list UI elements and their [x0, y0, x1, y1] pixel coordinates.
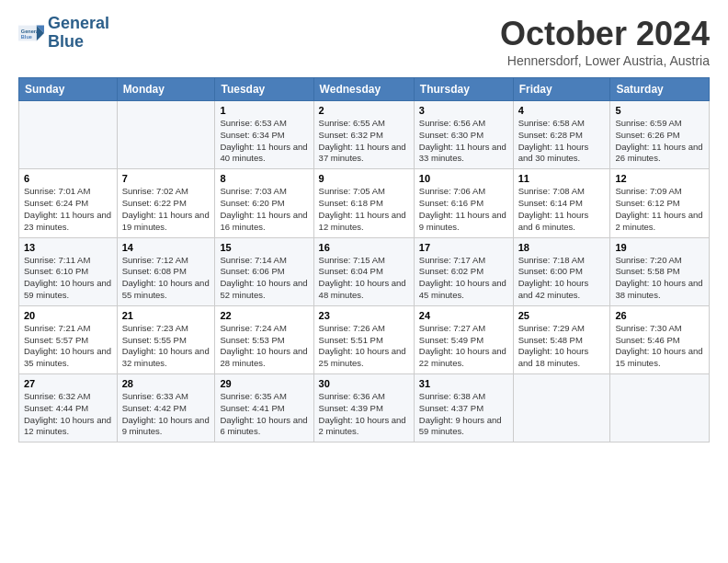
calendar-cell: 5Sunrise: 6:59 AMSunset: 6:26 PMDaylight… — [610, 101, 710, 169]
day-info: Sunrise: 7:06 AMSunset: 6:16 PMDaylight:… — [419, 186, 508, 233]
calendar-cell: 2Sunrise: 6:55 AMSunset: 6:32 PMDaylight… — [313, 101, 414, 169]
day-info: Sunrise: 7:08 AMSunset: 6:14 PMDaylight:… — [518, 186, 606, 233]
weekday-header-friday: Friday — [513, 78, 610, 101]
day-info: Sunrise: 7:20 AMSunset: 5:58 PMDaylight:… — [615, 255, 704, 302]
day-info: Sunrise: 7:09 AMSunset: 6:12 PMDaylight:… — [615, 186, 704, 233]
day-info: Sunrise: 6:32 AMSunset: 4:44 PMDaylight:… — [24, 391, 112, 438]
svg-text:Blue: Blue — [21, 34, 32, 40]
day-info: Sunrise: 7:03 AMSunset: 6:20 PMDaylight:… — [220, 186, 308, 233]
day-number: 15 — [220, 242, 308, 253]
day-number: 27 — [24, 378, 112, 389]
weekday-header-monday: Monday — [117, 78, 215, 101]
day-info: Sunrise: 6:36 AMSunset: 4:39 PMDaylight:… — [319, 391, 409, 438]
svg-text:General: General — [21, 29, 40, 34]
calendar-cell: 24Sunrise: 7:27 AMSunset: 5:49 PMDayligh… — [414, 305, 513, 373]
weekday-header-wednesday: Wednesday — [313, 78, 414, 101]
calendar-week-row: 6Sunrise: 7:01 AMSunset: 6:24 PMDaylight… — [19, 169, 710, 237]
day-number: 29 — [220, 378, 308, 389]
calendar-cell: 18Sunrise: 7:18 AMSunset: 6:00 PMDayligh… — [513, 237, 610, 305]
day-number: 13 — [24, 242, 112, 253]
day-number: 11 — [518, 173, 606, 184]
day-info: Sunrise: 7:01 AMSunset: 6:24 PMDaylight:… — [24, 186, 112, 233]
day-number: 4 — [518, 105, 606, 116]
day-info: Sunrise: 7:23 AMSunset: 5:55 PMDaylight:… — [122, 323, 210, 370]
day-info: Sunrise: 7:12 AMSunset: 6:08 PMDaylight:… — [122, 255, 210, 302]
calendar-week-row: 1Sunrise: 6:53 AMSunset: 6:34 PMDaylight… — [19, 101, 710, 169]
day-number: 12 — [615, 173, 704, 184]
calendar-cell: 8Sunrise: 7:03 AMSunset: 6:20 PMDaylight… — [215, 169, 313, 237]
calendar-cell: 9Sunrise: 7:05 AMSunset: 6:18 PMDaylight… — [313, 169, 414, 237]
day-info: Sunrise: 7:30 AMSunset: 5:46 PMDaylight:… — [615, 323, 704, 370]
day-info: Sunrise: 7:26 AMSunset: 5:51 PMDaylight:… — [319, 323, 409, 370]
calendar-cell — [19, 101, 118, 169]
day-number: 23 — [319, 310, 409, 321]
day-number: 2 — [319, 105, 409, 116]
day-info: Sunrise: 7:29 AMSunset: 5:48 PMDaylight:… — [518, 323, 606, 370]
day-info: Sunrise: 7:27 AMSunset: 5:49 PMDaylight:… — [419, 323, 508, 370]
day-number: 31 — [419, 378, 508, 389]
day-info: Sunrise: 6:35 AMSunset: 4:41 PMDaylight:… — [220, 391, 308, 438]
day-info: Sunrise: 7:21 AMSunset: 5:57 PMDaylight:… — [24, 323, 112, 370]
day-number: 19 — [615, 242, 704, 253]
day-info: Sunrise: 6:58 AMSunset: 6:28 PMDaylight:… — [518, 118, 606, 165]
calendar-cell: 21Sunrise: 7:23 AMSunset: 5:55 PMDayligh… — [117, 305, 215, 373]
calendar-cell: 22Sunrise: 7:24 AMSunset: 5:53 PMDayligh… — [215, 305, 313, 373]
logo-line1: General — [48, 15, 109, 33]
day-info: Sunrise: 6:55 AMSunset: 6:32 PMDaylight:… — [319, 118, 409, 165]
calendar-cell: 1Sunrise: 6:53 AMSunset: 6:34 PMDaylight… — [215, 101, 313, 169]
day-info: Sunrise: 7:02 AMSunset: 6:22 PMDaylight:… — [122, 186, 210, 233]
calendar-cell: 17Sunrise: 7:17 AMSunset: 6:02 PMDayligh… — [414, 237, 513, 305]
day-number: 30 — [319, 378, 409, 389]
day-info: Sunrise: 7:11 AMSunset: 6:10 PMDaylight:… — [24, 255, 112, 302]
day-number: 9 — [319, 173, 409, 184]
calendar-cell: 13Sunrise: 7:11 AMSunset: 6:10 PMDayligh… — [19, 237, 118, 305]
calendar-cell: 20Sunrise: 7:21 AMSunset: 5:57 PMDayligh… — [19, 305, 118, 373]
weekday-header-saturday: Saturday — [610, 78, 710, 101]
header: General Blue General Blue October 2024 H… — [18, 15, 710, 68]
title-block: October 2024 Hennersdorf, Lower Austria,… — [500, 15, 710, 68]
calendar-cell: 6Sunrise: 7:01 AMSunset: 6:24 PMDaylight… — [19, 169, 118, 237]
calendar-cell: 23Sunrise: 7:26 AMSunset: 5:51 PMDayligh… — [313, 305, 414, 373]
day-info: Sunrise: 7:05 AMSunset: 6:18 PMDaylight:… — [319, 186, 409, 233]
day-info: Sunrise: 6:59 AMSunset: 6:26 PMDaylight:… — [615, 118, 704, 165]
day-number: 6 — [24, 173, 112, 184]
calendar-cell: 28Sunrise: 6:33 AMSunset: 4:42 PMDayligh… — [117, 374, 215, 442]
logo: General Blue General Blue — [18, 15, 109, 52]
calendar-cell: 30Sunrise: 6:36 AMSunset: 4:39 PMDayligh… — [313, 374, 414, 442]
calendar-cell: 10Sunrise: 7:06 AMSunset: 6:16 PMDayligh… — [414, 169, 513, 237]
day-info: Sunrise: 7:24 AMSunset: 5:53 PMDaylight:… — [220, 323, 308, 370]
day-number: 5 — [615, 105, 704, 116]
page: General Blue General Blue October 2024 H… — [0, 0, 728, 452]
day-number: 16 — [319, 242, 409, 253]
day-number: 8 — [220, 173, 308, 184]
calendar-cell — [513, 374, 610, 442]
logo-icon: General Blue — [18, 20, 44, 46]
day-info: Sunrise: 7:18 AMSunset: 6:00 PMDaylight:… — [518, 255, 606, 302]
calendar-week-row: 13Sunrise: 7:11 AMSunset: 6:10 PMDayligh… — [19, 237, 710, 305]
calendar-cell: 27Sunrise: 6:32 AMSunset: 4:44 PMDayligh… — [19, 374, 118, 442]
day-number: 25 — [518, 310, 606, 321]
calendar-cell: 12Sunrise: 7:09 AMSunset: 6:12 PMDayligh… — [610, 169, 710, 237]
day-info: Sunrise: 6:53 AMSunset: 6:34 PMDaylight:… — [220, 118, 308, 165]
calendar-cell: 7Sunrise: 7:02 AMSunset: 6:22 PMDaylight… — [117, 169, 215, 237]
weekday-header-tuesday: Tuesday — [215, 78, 313, 101]
month-title: October 2024 — [500, 15, 710, 53]
day-number: 7 — [122, 173, 210, 184]
calendar-cell: 15Sunrise: 7:14 AMSunset: 6:06 PMDayligh… — [215, 237, 313, 305]
weekday-header-thursday: Thursday — [414, 78, 513, 101]
day-number: 14 — [122, 242, 210, 253]
day-number: 1 — [220, 105, 308, 116]
calendar-table: SundayMondayTuesdayWednesdayThursdayFrid… — [18, 77, 710, 442]
day-number: 3 — [419, 105, 508, 116]
day-number: 20 — [24, 310, 112, 321]
calendar-cell: 16Sunrise: 7:15 AMSunset: 6:04 PMDayligh… — [313, 237, 414, 305]
calendar-week-row: 27Sunrise: 6:32 AMSunset: 4:44 PMDayligh… — [19, 374, 710, 442]
day-number: 18 — [518, 242, 606, 253]
calendar-cell: 14Sunrise: 7:12 AMSunset: 6:08 PMDayligh… — [117, 237, 215, 305]
subtitle: Hennersdorf, Lower Austria, Austria — [500, 53, 710, 68]
day-info: Sunrise: 6:38 AMSunset: 4:37 PMDaylight:… — [419, 391, 508, 438]
calendar-cell: 26Sunrise: 7:30 AMSunset: 5:46 PMDayligh… — [610, 305, 710, 373]
weekday-header-sunday: Sunday — [19, 78, 118, 101]
day-number: 10 — [419, 173, 508, 184]
day-number: 17 — [419, 242, 508, 253]
